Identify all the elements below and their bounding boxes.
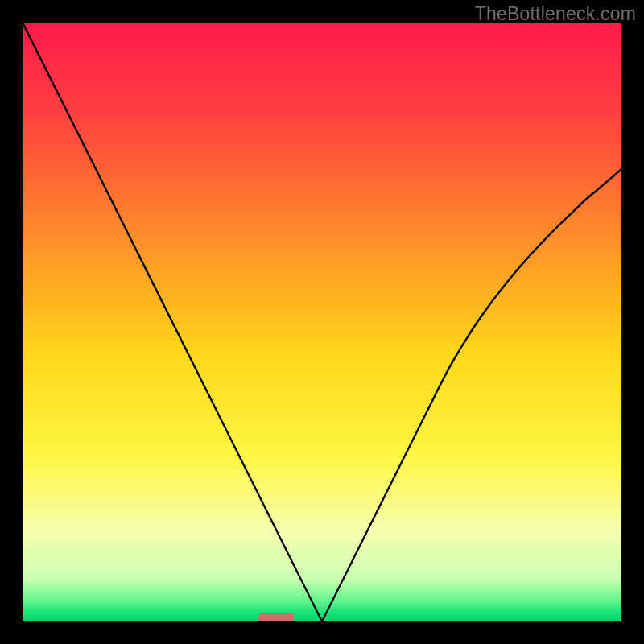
- chart-frame: TheBottleneck.com: [0, 0, 644, 644]
- watermark-text: TheBottleneck.com: [475, 3, 636, 25]
- plot-area: [23, 23, 621, 621]
- bottleneck-marker: [258, 613, 294, 621]
- gradient-background: [23, 23, 621, 621]
- bottleneck-chart: [23, 23, 621, 621]
